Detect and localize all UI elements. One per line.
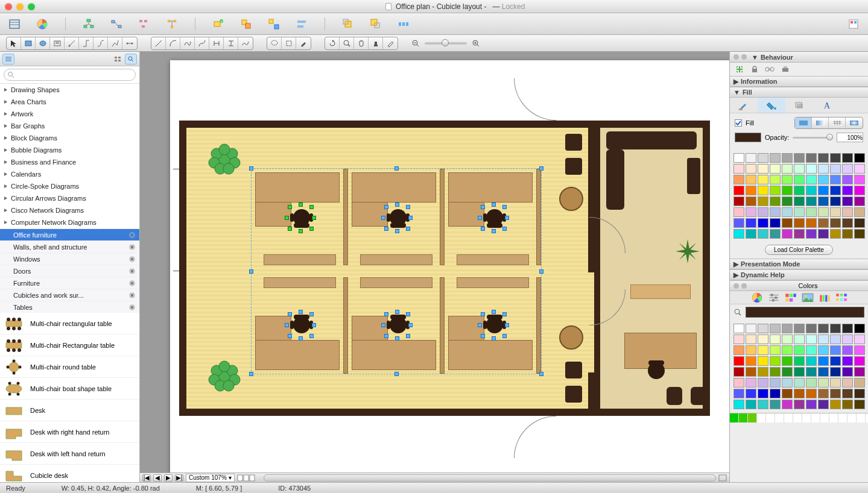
color-swatch[interactable] — [806, 164, 817, 174]
color-well[interactable] — [793, 413, 802, 422]
library-category[interactable]: Block Diagrams — [0, 132, 139, 144]
distribute-icon[interactable] — [395, 16, 412, 33]
library-sublibrary[interactable]: Doors — [0, 265, 139, 277]
color-swatch[interactable] — [782, 367, 793, 377]
color-swatch[interactable] — [842, 218, 853, 228]
color-swatch[interactable] — [806, 400, 817, 409]
color-swatch[interactable] — [830, 196, 841, 206]
collapse-icon[interactable]: ▼ — [752, 54, 758, 61]
color-swatch[interactable] — [854, 356, 865, 366]
fill-solid-icon[interactable] — [795, 118, 812, 128]
shape-item[interactable]: Cubicle desk — [0, 465, 139, 482]
library-category[interactable]: Computer Network Diagrams — [0, 216, 139, 228]
color-swatch[interactable] — [746, 207, 756, 217]
color-swatch[interactable] — [782, 207, 793, 217]
color-swatch[interactable] — [770, 164, 781, 174]
zoom-mode-display[interactable]: Custom 107% ▾ — [186, 474, 235, 482]
color-swatch[interactable] — [818, 345, 829, 355]
color-swatch[interactable] — [854, 334, 865, 344]
cubicle[interactable] — [445, 169, 541, 271]
dimension-v-tool[interactable] — [224, 37, 238, 49]
color-swatch[interactable] — [758, 164, 768, 174]
color-swatch[interactable] — [758, 334, 768, 344]
color-swatch[interactable] — [830, 378, 841, 388]
color-swatch[interactable] — [842, 378, 853, 388]
color-swatch[interactable] — [733, 367, 744, 377]
color-swatch[interactable] — [746, 229, 756, 239]
color-swatch[interactable] — [782, 324, 793, 333]
arc-tool[interactable] — [166, 37, 180, 49]
desk[interactable] — [630, 284, 691, 299]
color-swatch[interactable] — [818, 229, 829, 239]
pencil-tool[interactable] — [383, 37, 398, 49]
color-swatch[interactable] — [770, 175, 781, 184]
rotate-tool[interactable] — [325, 37, 340, 49]
color-swatch[interactable] — [770, 324, 781, 333]
color-swatch[interactable] — [758, 356, 768, 366]
color-swatch[interactable] — [854, 229, 865, 239]
color-swatch[interactable] — [818, 218, 829, 228]
color-swatch[interactable] — [842, 324, 853, 333]
cubicle[interactable] — [348, 169, 445, 271]
color-well[interactable] — [784, 413, 793, 422]
fill-checkbox[interactable] — [735, 119, 742, 127]
color-swatch[interactable] — [830, 400, 841, 409]
color-swatch[interactable] — [758, 400, 768, 409]
color-swatch[interactable] — [782, 334, 793, 344]
send-back-icon[interactable] — [367, 16, 384, 33]
colors-custom-icon[interactable] — [835, 292, 848, 303]
shape-item[interactable]: Multi-chair rectangular table — [0, 313, 139, 334]
expand-icon[interactable]: ▶ — [733, 260, 738, 268]
color-swatch[interactable] — [854, 207, 865, 217]
shape-item[interactable]: Multi-chair Rectangular table — [0, 334, 139, 356]
color-swatch[interactable] — [842, 229, 853, 239]
page-first-icon[interactable]: |◀ — [142, 474, 151, 482]
color-swatch[interactable] — [818, 164, 829, 174]
color-swatch[interactable] — [806, 175, 817, 184]
color-well[interactable] — [766, 413, 775, 422]
color-swatch[interactable] — [733, 345, 744, 355]
colors-sliders-icon[interactable] — [767, 292, 781, 303]
zoom-in-icon[interactable] — [472, 39, 480, 48]
color-well[interactable] — [802, 413, 811, 422]
armchair[interactable] — [667, 387, 682, 405]
color-swatch[interactable] — [770, 334, 781, 344]
color-swatch[interactable] — [842, 153, 853, 163]
preview-icon[interactable] — [845, 16, 862, 33]
drawing-canvas[interactable] — [170, 60, 729, 482]
color-swatch[interactable] — [794, 218, 805, 228]
library-sublibrary[interactable]: Cubicles and work sur... — [0, 289, 139, 301]
library-panel-toggle-icon[interactable] — [6, 16, 23, 33]
color-swatch[interactable] — [806, 356, 817, 366]
bezier-tool[interactable] — [195, 37, 209, 49]
color-swatch[interactable] — [854, 164, 865, 174]
color-swatch[interactable] — [818, 324, 829, 333]
armchair[interactable] — [687, 158, 700, 194]
color-swatch[interactable] — [854, 153, 865, 163]
armchair[interactable] — [691, 387, 706, 405]
cubicle[interactable] — [252, 169, 348, 271]
color-swatch[interactable] — [818, 196, 829, 206]
color-swatch[interactable] — [770, 218, 781, 228]
color-swatch[interactable] — [758, 218, 768, 228]
connector-tool-3[interactable] — [93, 37, 108, 49]
sofa[interactable] — [606, 131, 697, 149]
opacity-slider[interactable] — [793, 137, 833, 139]
color-swatch[interactable] — [854, 218, 865, 228]
minimize-window-button[interactable] — [16, 3, 24, 10]
dimension-h-tool[interactable] — [209, 37, 224, 49]
color-swatch[interactable] — [746, 334, 756, 344]
color-swatch[interactable] — [794, 345, 805, 355]
color-swatch[interactable] — [854, 400, 865, 409]
color-swatch[interactable] — [782, 196, 793, 206]
hierarchy-icon[interactable] — [136, 16, 153, 33]
library-sublibrary[interactable]: Walls, shell and structure — [0, 240, 139, 253]
page-last-icon[interactable]: ▶| — [175, 474, 183, 482]
color-swatch[interactable] — [830, 229, 841, 239]
plant[interactable] — [203, 139, 246, 181]
door[interactable] — [514, 416, 556, 458]
color-swatch[interactable] — [782, 356, 793, 366]
colors-wheel-icon[interactable] — [750, 292, 764, 303]
color-swatch[interactable] — [733, 324, 744, 333]
color-swatch[interactable] — [746, 389, 756, 398]
